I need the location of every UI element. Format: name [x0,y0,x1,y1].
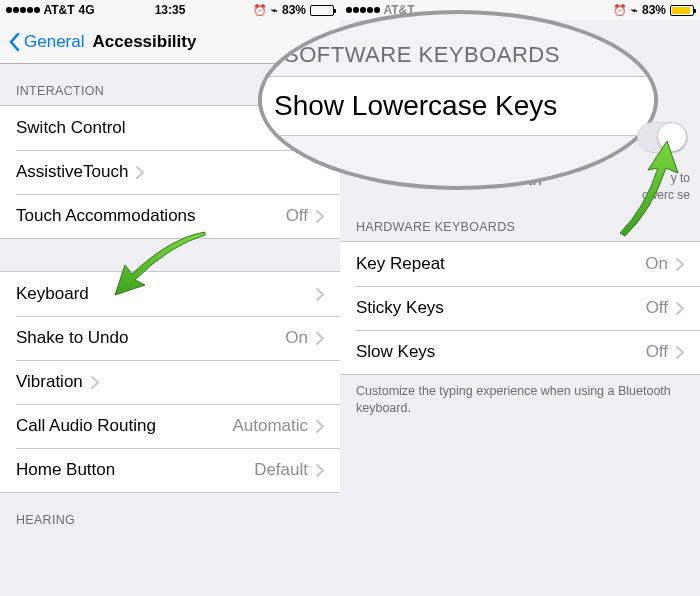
status-time: 13:35 [155,3,186,17]
back-label: General [24,32,84,52]
interaction-group-2: Keyboard Shake to Undo On Vibration Call… [0,271,340,493]
status-bar: AT&T 4G 13:35 ⏰ ⌁ 83% [0,0,340,20]
battery-icon [670,5,694,16]
cell-label: Show Lowercase Keys [274,90,557,122]
row-call-audio-routing[interactable]: Call Audio Routing Automatic [0,404,340,448]
battery-icon [310,5,334,16]
section-header-hardware-keyboards: HARDWARE KEYBOARDS [340,200,700,241]
signal-strength-icon [6,7,40,13]
chevron-right-icon [676,258,684,271]
cell-label: AssistiveTouch [16,162,128,182]
carrier-label: AT&T [44,3,75,17]
cell-detail: Off [646,298,668,318]
cell-detail: Off [286,206,308,226]
bluetooth-icon: ⌁ [631,4,638,17]
cell-label: Keyboard [16,284,89,304]
cell-detail: Off [646,342,668,362]
cell-label: Call Audio Routing [16,416,156,436]
chevron-right-icon [676,302,684,315]
back-button[interactable]: General [8,32,84,52]
callout-bubble: SOFTWARE KEYBOARDS Show Lowercase Keys [258,10,658,190]
battery-percent: 83% [282,3,306,17]
status-right: ⏰ ⌁ 83% [253,3,334,17]
cell-detail: Default [254,460,308,480]
cell-label: Shake to Undo [16,328,128,348]
cell-label: Touch Accommodations [16,206,196,226]
cell-detail: On [645,254,668,274]
show-lowercase-toggle[interactable] [637,122,688,153]
section-header-software-keyboards: SOFTWARE KEYBOARDS [262,42,654,76]
section-footer-hardware: Customize the typing experience when usi… [340,375,700,429]
row-home-button[interactable]: Home Button Default [0,448,340,492]
chevron-right-icon [316,332,324,345]
chevron-right-icon [316,420,324,433]
status-left: AT&T 4G [6,3,95,17]
cell-detail: Automatic [232,416,308,436]
status-right: ⏰ ⌁ 83% [613,3,694,17]
signal-strength-icon [346,7,380,13]
row-show-lowercase-keys[interactable]: Show Lowercase Keys [262,76,654,136]
row-sticky-keys[interactable]: Sticky Keys Off [340,286,700,330]
row-touch-accommodations[interactable]: Touch Accommodations Off [0,194,340,238]
chevron-right-icon [316,210,324,223]
battery-percent: 83% [642,3,666,17]
alarm-icon: ⏰ [253,4,267,17]
page-title: Accessibility [92,32,196,52]
chevron-right-icon [91,376,99,389]
row-key-repeat[interactable]: Key Repeat On [340,242,700,286]
chevron-right-icon [136,166,144,179]
chevron-left-icon [8,32,20,52]
section-header-hearing: HEARING [0,493,340,534]
cell-label: Sticky Keys [356,298,444,318]
network-label: 4G [79,3,95,17]
cell-detail: On [285,328,308,348]
row-assistive-touch[interactable]: AssistiveTouch [0,150,340,194]
row-vibration[interactable]: Vibration [0,360,340,404]
cell-label: Slow Keys [356,342,435,362]
chevron-right-icon [316,464,324,477]
row-shake-to-undo[interactable]: Shake to Undo On [0,316,340,360]
cell-label: Vibration [16,372,83,392]
cell-label: Switch Control [16,118,126,138]
hint-right-fragment: y to owerc se [642,170,690,204]
row-keyboard[interactable]: Keyboard [0,272,340,316]
row-slow-keys[interactable]: Slow Keys Off [340,330,700,374]
cell-label: Key Repeat [356,254,445,274]
chevron-right-icon [676,346,684,359]
cell-label: Home Button [16,460,115,480]
chevron-right-icon [316,288,324,301]
hardware-keyboards-group: Key Repeat On Sticky Keys Off Slow Keys … [340,241,700,375]
bluetooth-icon: ⌁ [271,4,278,17]
alarm-icon: ⏰ [613,4,627,17]
